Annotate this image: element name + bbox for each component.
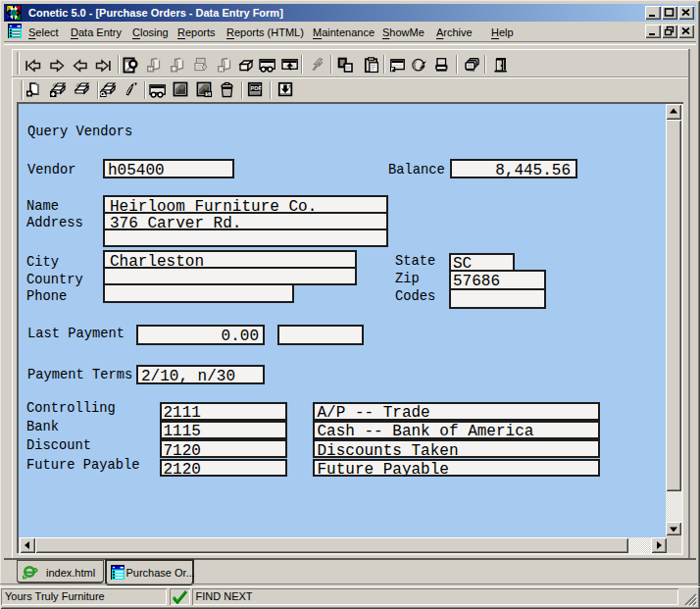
svg-text:PDF: PDF xyxy=(250,85,262,91)
